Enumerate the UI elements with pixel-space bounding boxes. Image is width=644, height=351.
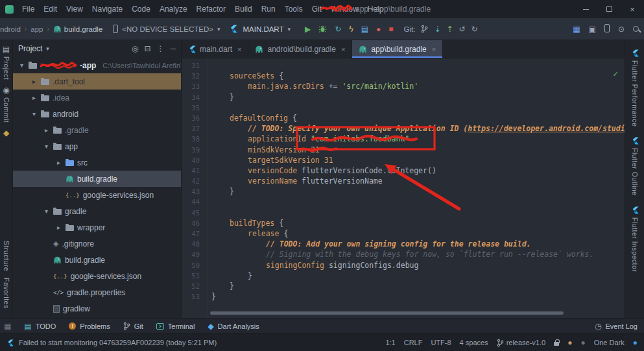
event-log-button[interactable]: ◷ Event Log — [595, 322, 638, 330]
locate-file-icon[interactable]: ◎ — [132, 45, 138, 53]
history-icon[interactable]: ↻ — [471, 25, 478, 33]
chevron-down-icon[interactable]: ▾ — [43, 143, 50, 150]
toolwindow-button-flutter-inspector[interactable]: Flutter Inspector — [631, 206, 639, 272]
attach-debugger-icon[interactable]: ↻ — [335, 25, 341, 33]
editor-tab-android-build.gradle[interactable]: android\build.gradle× — [248, 40, 352, 58]
toolwindow-button-flutter-outline[interactable]: Flutter Outline — [631, 137, 639, 195]
menu-navigate[interactable]: Navigate — [88, 0, 127, 18]
debug-icon[interactable] — [318, 25, 327, 33]
toolwindow-button-flutter-performance[interactable]: Flutter Performance — [631, 49, 639, 127]
code-line-50[interactable]: 50signingConfig signingConfigs.debug — [182, 260, 625, 271]
code-line-37[interactable]: 37// TODO: Specify your own unique Appli… — [182, 123, 625, 134]
push-icon[interactable]: ⇡ — [446, 25, 453, 33]
more-options-icon[interactable]: ⋮ — [156, 45, 164, 53]
tree-item-.gradle[interactable]: ▸.gradle — [13, 122, 181, 138]
chevron-right-icon[interactable]: ▸ — [55, 224, 62, 231]
tree-item-build.gradle[interactable]: build.gradle — [13, 252, 181, 268]
code-line-38[interactable]: 38applicationId "com.inilabs.foodbank" — [182, 134, 625, 144]
hide-panel-icon[interactable]: ─ — [170, 45, 176, 53]
code-line-53[interactable]: 53} — [182, 291, 625, 302]
stop-icon[interactable]: ■ — [388, 25, 393, 33]
code-line-36[interactable]: 36defaultConfig { — [182, 113, 625, 123]
toolwindow-button[interactable]: ◆ — [3, 129, 9, 137]
code-line-39[interactable]: 39minSdkVersion 21 — [182, 145, 625, 155]
collapse-all-icon[interactable]: ⊟ — [144, 45, 150, 53]
breadcrumb-item[interactable]: ndroid — [0, 25, 21, 33]
status-widget-4-spaces[interactable]: 4 spaces — [460, 339, 488, 346]
status-widget[interactable] — [554, 340, 559, 346]
tool-button-dart-analysis[interactable]: ◆Dart Analysis — [208, 322, 259, 330]
project-panel-title[interactable]: Project — [18, 44, 42, 53]
menu-code[interactable]: Code — [127, 0, 155, 18]
menu-view[interactable]: View — [62, 0, 88, 18]
tree-item-build.gradle[interactable]: build.gradle — [13, 171, 181, 187]
breadcrumb-item[interactable]: build.gradle — [53, 25, 102, 33]
search-icon[interactable] — [633, 25, 639, 34]
code-line-35[interactable]: 35 — [182, 103, 625, 113]
status-widget-one-dark[interactable]: One Dark — [594, 339, 625, 346]
chevron-down-icon[interactable]: ▾ — [30, 110, 38, 117]
restore-button[interactable] — [597, 0, 621, 18]
status-widget-1-1[interactable]: 1:1 — [385, 339, 395, 346]
editor-tab-app-build.gradle[interactable]: app\build.gradle× — [352, 40, 443, 58]
toolwindow-button-commit[interactable]: ◉Commit — [3, 86, 10, 123]
close-icon[interactable]: × — [341, 45, 345, 53]
code-line-45[interactable]: 45 — [182, 208, 625, 218]
device-manager-icon[interactable] — [604, 24, 610, 34]
code-line-43[interactable]: 43} — [182, 186, 625, 197]
inspection-ok-icon[interactable]: ✓ — [613, 69, 618, 79]
tree-item-gradle[interactable]: ▾gradle — [13, 203, 181, 219]
tree-item-gradle.properties[interactable]: </>gradle.properties — [13, 284, 181, 300]
code-line-34[interactable]: 34} — [182, 92, 625, 103]
menu-edit[interactable]: Edit — [39, 0, 62, 18]
code-line-32[interactable]: 32sourceSets { — [182, 71, 625, 81]
chevron-right-icon[interactable]: ▸ — [30, 94, 38, 101]
chevron-right-icon[interactable]: ▸ — [43, 127, 50, 134]
code-line-44[interactable]: 44 — [182, 197, 625, 207]
settings-icon[interactable]: ⊙ — [618, 25, 625, 33]
close-icon[interactable]: × — [432, 45, 436, 53]
run-config-selector[interactable]: MAIN.DART ▾ — [243, 25, 291, 33]
tree-item-android[interactable]: ▾android — [13, 106, 181, 122]
code-line-48[interactable]: 48// TODO: Add your own signing config f… — [182, 239, 625, 249]
tree-item-app[interactable]: ▾app — [13, 138, 181, 154]
tool-button-todo[interactable]: ▤TODO — [24, 322, 56, 330]
code-line-51[interactable]: 51} — [182, 271, 625, 281]
menu-file[interactable]: File — [18, 0, 39, 18]
tree-item-src[interactable]: ▸src — [13, 154, 181, 171]
breadcrumb-item[interactable]: app — [30, 25, 43, 33]
run-icon[interactable]: ▶ — [305, 25, 311, 33]
status-widget[interactable]: ● — [567, 339, 572, 346]
status-widget[interactable]: ● — [633, 339, 638, 346]
tree-item--app[interactable]: ▾-appC:\Users\Tawhidul Arefin\Doc — [13, 57, 181, 73]
status-widget-release-v1-0[interactable]: release-v1.0 — [497, 339, 546, 347]
menu-tools[interactable]: Tools — [280, 0, 307, 18]
toolwindow-button-favorites[interactable]: Favorites — [3, 278, 10, 309]
git-branch-icon[interactable] — [421, 25, 428, 33]
editor-tab-main.dart[interactable]: main.dart× — [182, 40, 248, 58]
code-line-52[interactable]: 52} — [182, 281, 625, 291]
code-line-40[interactable]: 40targetSdkVersion 31 — [182, 155, 625, 165]
menu-refactor[interactable]: Refactor — [192, 0, 230, 18]
chevron-right-icon[interactable]: ▸ — [30, 78, 38, 85]
code-line-41[interactable]: 41versionCode flutterVersionCode.toInteg… — [182, 165, 625, 176]
status-widget-utf-8[interactable]: UTF-8 — [431, 339, 451, 346]
update-project-icon[interactable]: ⇣ — [434, 25, 440, 33]
toolwindow-button-project[interactable]: ▤Project — [3, 45, 10, 80]
tree-item-wrapper[interactable]: ▸wrapper — [13, 219, 181, 236]
grid-icon[interactable]: ▦ — [573, 25, 580, 33]
layout-icon[interactable]: ▣ — [589, 25, 596, 33]
tree-item-.idea[interactable]: ▸.idea — [13, 90, 181, 106]
tool-switcher[interactable]: ▦ — [4, 322, 11, 330]
menu-run[interactable]: Run — [257, 0, 280, 18]
close-icon[interactable]: × — [237, 45, 241, 53]
flutter-devtools-icon[interactable]: ▤ — [361, 25, 368, 33]
menu-analyze[interactable]: Analyze — [155, 0, 192, 18]
status-widget-crlf[interactable]: CRLF — [404, 339, 423, 346]
tree-item-google-services.json[interactable]: {..}google-services.json — [13, 268, 181, 284]
tree-item-.gitignore[interactable]: ◈.gitignore — [13, 236, 181, 252]
tool-button-problems[interactable]: !Problems — [69, 322, 110, 330]
close-button[interactable]: × — [621, 0, 644, 18]
code-line-31[interactable]: 31 — [182, 60, 625, 71]
status-widget[interactable]: ● — [580, 339, 585, 346]
